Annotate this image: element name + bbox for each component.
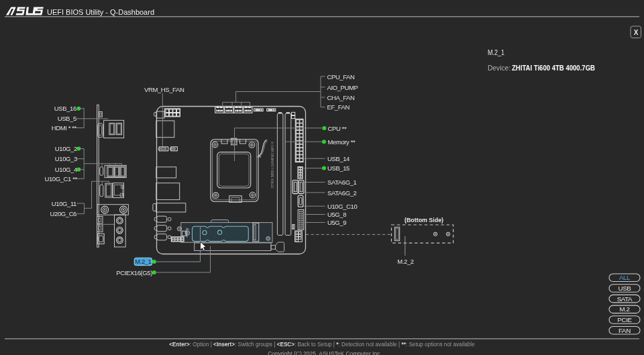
svg-text:U5G_9: U5G_9 xyxy=(327,219,346,226)
svg-text:U10G_C10: U10G_C10 xyxy=(327,203,357,210)
svg-text:SATA: SATA xyxy=(617,295,633,303)
svg-text:M.2: M.2 xyxy=(619,305,629,313)
svg-text:AIO_PUMP: AIO_PUMP xyxy=(327,84,358,91)
svg-text:Copyright (C) 2025, ASUSTeK Co: Copyright (C) 2025, ASUSTeK Computer Inc… xyxy=(268,350,382,355)
svg-text:U10G_C1 **: U10G_C1 ** xyxy=(45,175,78,183)
svg-text:USB_5: USB_5 xyxy=(58,115,76,122)
svg-text:VRM_HS_FAN: VRM_HS_FAN xyxy=(144,86,184,93)
svg-text:U5G_8: U5G_8 xyxy=(327,211,346,218)
svg-text:U10G_3: U10G_3 xyxy=(55,155,77,162)
svg-text:FAN: FAN xyxy=(619,327,631,334)
svg-text:Device:: Device: xyxy=(488,64,511,72)
svg-text:CPU_FAN: CPU_FAN xyxy=(327,73,356,81)
svg-text:STRIX B850-I GAMING WIFI H: STRIX B850-I GAMING WIFI H xyxy=(270,142,274,189)
svg-text:ZHITAI Ti600 4TB 4000.7GB: ZHITAI Ti600 4TB 4000.7GB xyxy=(512,64,595,72)
svg-text:CPU **: CPU ** xyxy=(328,125,347,132)
svg-text:Memory **: Memory ** xyxy=(328,138,356,146)
svg-text:U20G_C6: U20G_C6 xyxy=(50,210,77,217)
svg-text:SATA6G_2: SATA6G_2 xyxy=(327,189,357,197)
svg-text:M.2_1: M.2_1 xyxy=(135,258,152,265)
svg-text:PCIE: PCIE xyxy=(617,316,632,323)
svg-text:U10G_4: U10G_4 xyxy=(55,166,77,173)
svg-text:SATA6G_1: SATA6G_1 xyxy=(327,179,357,186)
svg-text:USB_16: USB_16 xyxy=(54,105,76,112)
svg-text:<Enter>: Option | <Insert>: Sw: <Enter>: Option | <Insert>: Switch group… xyxy=(169,340,474,348)
svg-text:USB_14: USB_14 xyxy=(327,155,350,162)
svg-text:M.2_2: M.2_2 xyxy=(397,258,414,265)
svg-text:PCIEX16(G5): PCIEX16(G5) xyxy=(116,269,152,276)
svg-text:HDMI * **: HDMI * ** xyxy=(52,124,77,132)
svg-text:EF_FAN: EF_FAN xyxy=(327,103,350,111)
svg-text:(Bottom Side): (Bottom Side) xyxy=(405,216,443,223)
svg-text:CHA_FAN: CHA_FAN xyxy=(327,94,356,101)
svg-text:USB: USB xyxy=(619,285,632,292)
svg-text:USB_15: USB_15 xyxy=(327,164,350,172)
svg-text:M.2_1: M.2_1 xyxy=(488,48,504,56)
svg-text:U10G_2: U10G_2 xyxy=(55,145,77,152)
svg-text:ALL: ALL xyxy=(619,274,631,281)
svg-text:U10G_11: U10G_11 xyxy=(52,200,76,207)
svg-text:X: X xyxy=(634,29,639,36)
svg-text:UEFI BIOS Utility - Q-Dashboar: UEFI BIOS Utility - Q-Dashboard xyxy=(47,8,154,16)
